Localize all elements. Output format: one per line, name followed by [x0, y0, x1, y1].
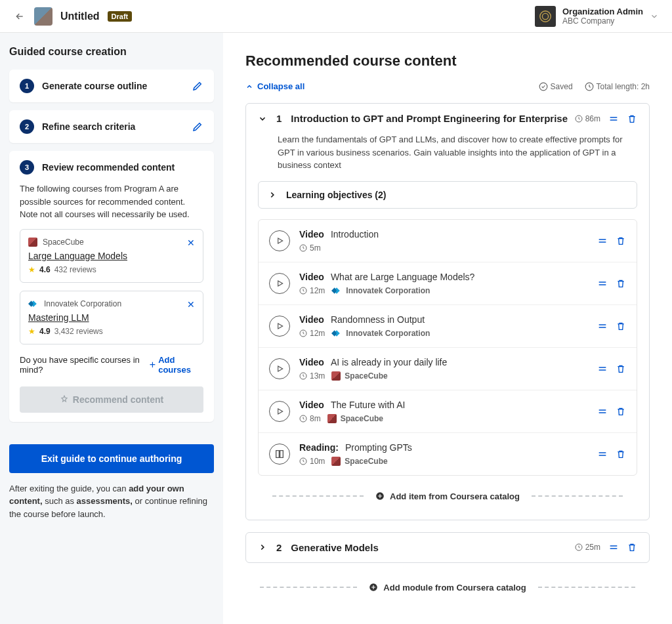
edit-icon[interactable]	[192, 121, 203, 133]
item-duration: 13m	[299, 371, 325, 381]
recommend-content-button: Recommend content	[20, 386, 203, 413]
collapse-all-button[interactable]: Collapse all	[245, 81, 304, 91]
svg-point-1	[542, 13, 548, 19]
content-item: VideoRandomness in Output 12m Innovatek …	[259, 305, 637, 348]
item-title: Introduction	[331, 229, 379, 239]
source-card: ✕ Innovatek Corporation Mastering LLM ★4…	[20, 291, 203, 344]
status-group: Saved Total length: 2h	[539, 82, 650, 91]
module-header[interactable]: 1Introduction to GPT and Prompt Engineer…	[246, 104, 649, 133]
step-card-2[interactable]: 2Refine search criteria	[9, 110, 214, 143]
item-type: Video	[299, 357, 324, 367]
add-item-button[interactable]: Add item from Coursera catalog	[258, 484, 637, 509]
item-actions	[597, 236, 626, 246]
step-title: Refine search criteria	[42, 121, 135, 132]
source-title-link[interactable]: Mastering LLM	[28, 312, 195, 323]
main-content: Recommended course content Collapse all …	[223, 33, 672, 624]
org-role: Organization Admin	[562, 7, 643, 16]
module-number: 1	[276, 113, 282, 124]
add-module-button[interactable]: Add module from Coursera catalog	[245, 575, 650, 600]
spacecube-icon	[331, 371, 341, 381]
top-bar-right[interactable]: Organization Admin ABC Company	[535, 6, 659, 27]
item-title: AI is already in your daily life	[331, 357, 447, 367]
play-icon[interactable]	[269, 273, 290, 294]
source-rating: 4.9	[39, 327, 51, 336]
item-actions	[597, 406, 626, 417]
saved-status: Saved	[539, 82, 573, 91]
delete-icon[interactable]	[616, 278, 626, 289]
org-avatar	[535, 6, 556, 27]
org-name: ABC Company	[562, 16, 643, 26]
item-type: Video	[299, 400, 324, 410]
item-type: Video	[299, 229, 324, 239]
items-list: VideoIntroduction 5m VideoWhat are Large…	[258, 219, 637, 476]
module-title: Generative Models	[291, 542, 378, 553]
source-title-link[interactable]: Large Language Models	[28, 251, 195, 261]
step-number: 1	[20, 79, 34, 93]
step-title: Review recommended content	[42, 162, 175, 173]
source-provider: Innovatek Corporation	[44, 299, 121, 308]
item-type: Reading:	[299, 442, 339, 453]
exit-guide-button[interactable]: Exit guide to continue authoring	[9, 444, 214, 473]
org-info: Organization Admin ABC Company	[562, 7, 643, 26]
star-icon: ★	[28, 327, 35, 336]
delete-icon[interactable]	[627, 542, 637, 552]
item-title: What are Large Language Models?	[331, 272, 474, 282]
back-arrow-icon[interactable]	[13, 10, 26, 23]
step-title: Generate course outline	[42, 81, 147, 91]
svg-point-2	[539, 83, 547, 91]
total-length: Total length: 2h	[585, 82, 650, 91]
item-provider: Innovatek Corporation	[331, 286, 430, 295]
drag-handle-icon[interactable]	[597, 236, 608, 246]
delete-icon[interactable]	[616, 406, 626, 417]
item-type: Video	[299, 314, 324, 325]
source-reviews: 432 reviews	[54, 265, 96, 274]
step-card-1[interactable]: 1Generate course outline	[9, 70, 214, 102]
item-duration: 10m	[299, 457, 325, 466]
item-duration: 8m	[299, 414, 321, 423]
exit-note: After exiting the guide, you can add you…	[9, 482, 214, 521]
step-number: 3	[20, 160, 34, 175]
play-icon[interactable]	[269, 358, 290, 379]
course-title: Untitled	[60, 10, 100, 22]
drag-handle-icon[interactable]	[608, 542, 619, 552]
learning-objectives-toggle[interactable]: Learning objectives (2)	[258, 181, 637, 209]
drag-handle-icon[interactable]	[597, 278, 608, 289]
add-courses-link[interactable]: + Add courses	[150, 355, 203, 375]
sidebar-heading: Guided course creation	[9, 46, 214, 58]
item-duration: 12m	[299, 286, 325, 295]
module-description: Learn the fundamentals of GPT and LLMs, …	[246, 133, 649, 181]
play-icon[interactable]	[269, 230, 290, 251]
item-title: The Future with AI	[331, 400, 406, 410]
delete-icon[interactable]	[616, 364, 626, 374]
drag-handle-icon[interactable]	[597, 364, 608, 374]
delete-icon[interactable]	[616, 236, 626, 246]
content-item: VideoAI is already in your daily life 13…	[259, 348, 637, 390]
drag-handle-icon[interactable]	[597, 449, 608, 459]
drag-handle-icon[interactable]	[597, 406, 608, 417]
item-title: Randomness in Output	[331, 314, 425, 325]
reading-icon[interactable]	[269, 444, 290, 465]
module-title: Introduction to GPT and Prompt Engineeri…	[291, 113, 568, 124]
chevron-down-icon[interactable]	[650, 12, 659, 21]
remove-source-icon[interactable]: ✕	[187, 299, 195, 310]
spacecube-icon	[28, 238, 37, 247]
controls-row: Collapse all Saved Total length: 2h	[245, 81, 650, 91]
delete-icon[interactable]	[627, 114, 637, 124]
item-duration: 5m	[299, 243, 321, 253]
source-rating: 4.6	[39, 265, 51, 274]
drag-handle-icon[interactable]	[608, 114, 619, 124]
star-icon: ★	[28, 265, 35, 274]
delete-icon[interactable]	[616, 449, 626, 459]
content-item: VideoIntroduction 5m	[259, 220, 637, 262]
chevron-icon[interactable]	[258, 114, 267, 123]
drag-handle-icon[interactable]	[597, 321, 608, 331]
chevron-icon[interactable]	[258, 543, 267, 552]
top-bar-left: Untitled Draft	[13, 7, 132, 26]
content-item: VideoThe Future with AI 8m SpaceCube	[259, 390, 637, 433]
delete-icon[interactable]	[616, 321, 626, 331]
module-header[interactable]: 2Generative Models 25m	[246, 533, 649, 562]
play-icon[interactable]	[269, 401, 290, 422]
edit-icon[interactable]	[192, 80, 203, 92]
play-icon[interactable]	[269, 316, 290, 337]
remove-source-icon[interactable]: ✕	[187, 238, 195, 248]
